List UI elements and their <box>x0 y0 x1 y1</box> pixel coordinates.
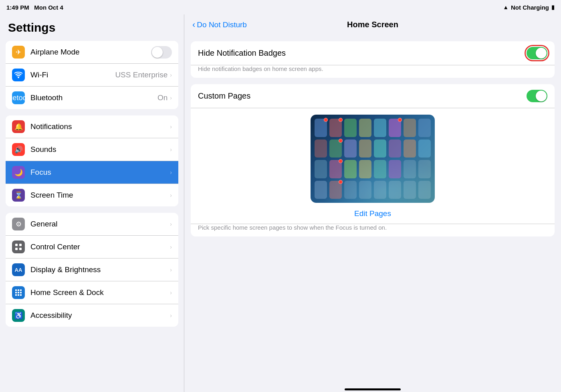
back-button[interactable]: ‹ Do Not Disturb <box>192 20 247 30</box>
charging-status: Not Charging <box>511 4 549 11</box>
notifications-icon: 🔔 <box>12 120 25 133</box>
right-content: Hide Notification Badges Hide notificati… <box>184 35 561 385</box>
app-dot <box>418 160 431 178</box>
control-center-label: Control Center <box>30 242 170 251</box>
hide-badges-description: Hide notification badges on home screen … <box>191 65 555 78</box>
sidebar-item-sounds[interactable]: 🔊 Sounds › <box>6 138 178 161</box>
hide-badges-row: Hide Notification Badges <box>191 41 555 65</box>
sidebar-item-accessibility[interactable]: ♿ Accessibility › <box>6 304 178 327</box>
hide-badges-toggle[interactable] <box>527 47 547 59</box>
sidebar-title: Settings <box>0 14 184 38</box>
status-date: Mon Oct 4 <box>34 4 63 11</box>
notifications-chevron: › <box>170 123 172 130</box>
status-bar: 1:49 PM Mon Oct 4 ▲ Not Charging ▮ <box>0 0 561 14</box>
svg-rect-4 <box>15 289 17 291</box>
status-right: ▲ Not Charging ▮ <box>503 4 555 11</box>
sidebar-item-general[interactable]: ⚙ General › <box>6 213 178 236</box>
pick-description: Pick specific home screen pages to show … <box>191 224 555 236</box>
accessibility-icon: ♿ <box>12 309 25 322</box>
right-panel-title: Home Screen <box>347 20 398 29</box>
airplane-mode-icon: ✈ <box>12 46 25 59</box>
battery-icon: ▮ <box>551 4 555 10</box>
app-dot <box>315 160 327 178</box>
app-dot <box>404 181 416 199</box>
app-dot <box>389 139 401 158</box>
app-dot <box>418 139 431 158</box>
focus-label: Focus <box>30 168 170 177</box>
svg-rect-9 <box>20 292 22 293</box>
notifications-label: Notifications <box>30 122 170 131</box>
sounds-icon: 🔊 <box>12 143 25 156</box>
custom-pages-toggle[interactable] <box>527 90 547 102</box>
sidebar-item-bluetooth[interactable]: Bluetooth; Bluetooth On › <box>6 87 178 109</box>
home-screen-preview-container: Edit Pages <box>191 108 555 224</box>
sounds-label: Sounds <box>30 145 170 154</box>
airplane-mode-label: Airplane Mode <box>30 48 151 57</box>
status-time-date: 1:49 PM Mon Oct 4 <box>6 4 63 11</box>
app-dot <box>389 160 401 178</box>
app-dot <box>344 119 357 137</box>
general-label: General <box>30 220 170 228</box>
app-dot <box>344 139 357 158</box>
app-dot <box>389 181 401 199</box>
svg-rect-6 <box>20 289 22 291</box>
display-brightness-icon: AA <box>12 263 25 276</box>
svg-rect-2 <box>15 248 18 250</box>
app-dot <box>329 119 342 137</box>
svg-rect-1 <box>19 244 22 246</box>
sidebar-item-display-brightness[interactable]: AA Display & Brightness › <box>6 259 178 281</box>
bluetooth-chevron: › <box>170 95 172 101</box>
bluetooth-value: On <box>157 93 167 102</box>
screen-time-icon: ⌛ <box>12 189 25 202</box>
sidebar-item-wifi[interactable]: Wi-Fi USS Enterprise › <box>6 64 178 87</box>
accessibility-label: Accessibility <box>30 311 170 320</box>
svg-rect-11 <box>18 294 19 296</box>
home-indicator <box>345 388 401 390</box>
svg-rect-12 <box>20 294 22 296</box>
sidebar-item-screen-time[interactable]: ⌛ Screen Time › <box>6 184 178 206</box>
app-dot <box>329 160 342 178</box>
settings-group-system: 🔔 Notifications › 🔊 Sounds › 🌙 Focus › ⌛… <box>6 115 178 206</box>
wifi-chevron: › <box>170 72 172 78</box>
app-dot <box>374 119 386 137</box>
app-dot <box>418 181 431 199</box>
back-label: Do Not Disturb <box>197 20 247 29</box>
sidebar-item-notifications[interactable]: 🔔 Notifications › <box>6 115 178 138</box>
wifi-label: Wi-Fi <box>30 71 115 79</box>
display-brightness-chevron: › <box>170 267 172 273</box>
home-screen-dock-label: Home Screen & Dock <box>30 288 170 297</box>
app-grid <box>315 119 431 199</box>
right-header: ‹ Do Not Disturb Home Screen <box>184 14 561 35</box>
sidebar-item-control-center[interactable]: Control Center › <box>6 236 178 259</box>
edit-pages-button[interactable]: Edit Pages <box>354 207 391 220</box>
settings-group-device: ⚙ General › Control Center › AA <box>6 213 178 327</box>
settings-group-connectivity: ✈ Airplane Mode Wi-Fi USS Enterprise › B… <box>6 41 178 109</box>
app-dot <box>359 160 371 178</box>
app-dot <box>404 139 416 158</box>
sidebar-item-airplane-mode[interactable]: ✈ Airplane Mode <box>6 41 178 64</box>
app-dot <box>315 119 327 137</box>
svg-rect-10 <box>15 294 17 296</box>
airplane-mode-toggle[interactable] <box>151 46 172 59</box>
wifi-status-icon: ▲ <box>503 4 509 10</box>
svg-rect-7 <box>15 292 17 293</box>
sounds-chevron: › <box>170 146 172 153</box>
right-panel: ‹ Do Not Disturb Home Screen Hide Notifi… <box>184 14 561 392</box>
bluetooth-label: Bluetooth <box>30 93 157 102</box>
home-screen-dock-chevron: › <box>170 289 172 296</box>
sidebar-item-home-screen-dock[interactable]: Home Screen & Dock › <box>6 281 178 304</box>
sidebar-item-focus[interactable]: 🌙 Focus › <box>6 161 178 184</box>
app-dot <box>404 160 416 178</box>
app-dot <box>344 160 357 178</box>
home-screen-dock-icon <box>12 286 25 299</box>
focus-icon: 🌙 <box>12 166 25 179</box>
back-chevron-icon: ‹ <box>192 20 195 30</box>
sidebar: Settings ✈ Airplane Mode Wi-Fi USS Enter… <box>0 14 184 392</box>
app-dot <box>374 160 386 178</box>
app-dot <box>315 139 327 158</box>
display-brightness-label: Display & Brightness <box>30 265 170 274</box>
app-dot <box>374 181 386 199</box>
home-screen-preview-image <box>311 115 435 203</box>
custom-pages-group: Custom Pages <box>191 84 555 236</box>
app-dot <box>344 181 357 199</box>
